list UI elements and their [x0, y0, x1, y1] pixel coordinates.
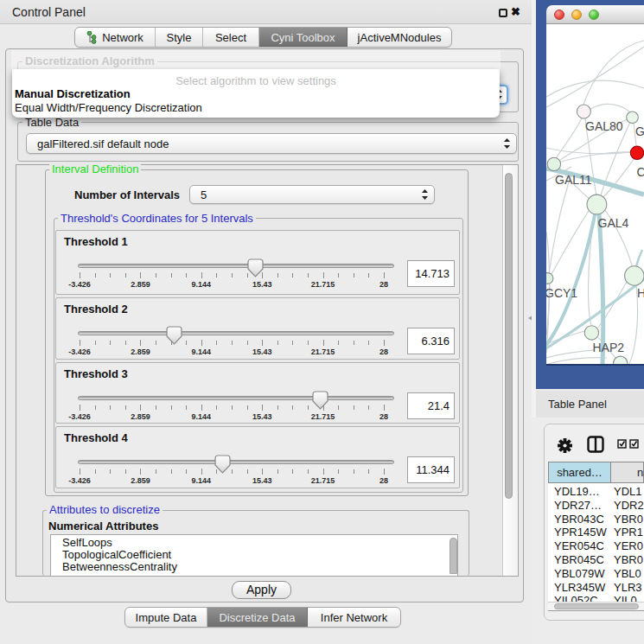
svg-text:GAL4: GAL4 — [598, 216, 629, 230]
svg-text:GAL11: GAL11 — [555, 173, 592, 187]
svg-text:GA: GA — [635, 124, 644, 138]
svg-text:H: H — [637, 286, 644, 300]
svg-text:HAP2: HAP2 — [593, 341, 625, 354]
svg-text:GCY1: GCY1 — [546, 286, 577, 300]
svg-text:GAL80: GAL80 — [585, 119, 623, 133]
svg-text:C: C — [637, 165, 644, 179]
